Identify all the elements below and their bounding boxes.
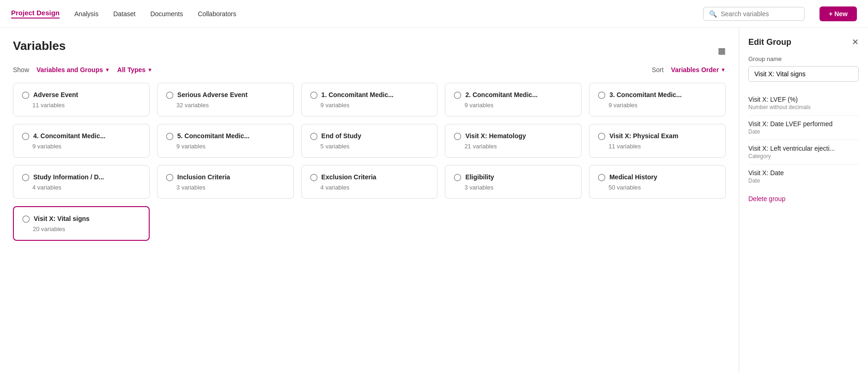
var-card-header: ◯ Eligibility (454, 173, 573, 181)
var-card-header: ◯ 5. Concomitant Medic... (166, 132, 285, 140)
var-card-name: Eligibility (465, 173, 494, 181)
show-label: Show (13, 66, 29, 73)
var-card-name: Inclusion Criteria (177, 173, 230, 181)
var-card-end-of-study[interactable]: ◯ End of Study 5 variables (301, 124, 438, 158)
nav-link-analysis[interactable]: Analysis (74, 10, 98, 18)
var-card-header: ◯ Visit X: Vital signs (22, 214, 140, 223)
variables-grid: ◯ Adverse Event 11 variables ◯ Serious A… (13, 83, 726, 241)
page-title: Variables (13, 39, 66, 53)
var-card-study-information[interactable]: ◯ Study Information / D... 4 variables (13, 165, 150, 199)
folder-icon: ◯ (310, 173, 318, 181)
panel-title: Edit Group (748, 37, 791, 47)
var-card-name: 2. Concomitant Medic... (465, 91, 537, 98)
var-card-count: 9 variables (454, 102, 573, 109)
folder-icon: ◯ (166, 132, 174, 140)
var-card-concomitant-medic-3[interactable]: ◯ 3. Concomitant Medic... 9 variables (589, 83, 726, 116)
var-card-serious-adverse-event[interactable]: ◯ Serious Adverse Event 32 variables (157, 83, 294, 116)
nav-link-documents[interactable]: Documents (150, 10, 183, 18)
var-card-count: 9 variables (310, 102, 429, 109)
var-card-visit-x-physical-exam[interactable]: ◯ Visit X: Physical Exam 11 variables (589, 124, 726, 158)
panel-var-item: Visit X: Date LVEF performed Date (748, 116, 859, 140)
panel-var-name: Visit X: Left ventricular ejecti... (748, 145, 859, 152)
sort-chevron-icon: ▼ (721, 67, 726, 73)
sort-label: Sort (652, 66, 664, 73)
var-card-count: 4 variables (22, 184, 141, 191)
var-card-count: 5 variables (310, 143, 429, 150)
var-card-name: Visit X: Hematology (465, 132, 526, 140)
var-card-adverse-event[interactable]: ◯ Adverse Event 11 variables (13, 83, 150, 116)
var-card-header: ◯ Inclusion Criteria (166, 173, 285, 181)
var-card-header: ◯ 3. Concomitant Medic... (598, 91, 717, 99)
variables-order-sort-label: Variables Order (671, 66, 719, 73)
page-header-row: Variables ▦ (13, 39, 726, 62)
top-nav: Project Design Analysis Dataset Document… (0, 0, 868, 28)
var-card-eligibility[interactable]: ◯ Eligibility 3 variables (445, 165, 582, 199)
var-card-concomitant-medic-2[interactable]: ◯ 2. Concomitant Medic... 9 variables (445, 83, 582, 116)
var-card-name: Exclusion Criteria (322, 173, 376, 181)
var-card-header: ◯ 4. Concomitant Medic... (22, 132, 141, 140)
panel-var-item: Visit X: Left ventricular ejecti... Cate… (748, 140, 859, 165)
var-card-inclusion-criteria[interactable]: ◯ Inclusion Criteria 3 variables (157, 165, 294, 199)
folder-icon: ◯ (22, 214, 30, 223)
var-card-header: ◯ Adverse Event (22, 91, 141, 99)
delete-group-button[interactable]: Delete group (748, 195, 859, 202)
variables-groups-chevron-icon: ▼ (105, 67, 110, 73)
folder-icon: ◯ (454, 173, 461, 181)
var-card-count: 32 variables (166, 102, 285, 109)
panel-var-name: Visit X: Date (748, 169, 859, 177)
var-card-header: ◯ Medical History (598, 173, 717, 181)
var-card-header: ◯ 1. Concomitant Medic... (310, 91, 429, 99)
var-card-header: ◯ Study Information / D... (22, 173, 141, 181)
nav-brand[interactable]: Project Design (11, 9, 60, 18)
var-card-name: 5. Concomitant Medic... (177, 132, 249, 140)
var-card-medical-history[interactable]: ◯ Medical History 50 variables (589, 165, 726, 199)
var-card-count: 9 variables (22, 143, 141, 150)
var-card-visit-x-vital-signs[interactable]: ◯ Visit X: Vital signs 20 variables (13, 206, 150, 241)
var-card-header: ◯ End of Study (310, 132, 429, 140)
var-card-concomitant-medic-1[interactable]: ◯ 1. Concomitant Medic... 9 variables (301, 83, 438, 116)
nav-link-collaborators[interactable]: Collaborators (198, 10, 236, 18)
var-card-header: ◯ Visit X: Physical Exam (598, 132, 717, 140)
layout-toggle-icon[interactable]: ▦ (718, 46, 726, 56)
panel-var-type: Date (748, 177, 859, 184)
var-card-header: ◯ 2. Concomitant Medic... (454, 91, 573, 99)
var-card-header: ◯ Serious Adverse Event (166, 91, 285, 99)
folder-icon: ◯ (22, 91, 30, 99)
folder-icon: ◯ (454, 91, 461, 99)
var-card-name: Visit X: Physical Exam (609, 132, 678, 140)
variables-groups-filter[interactable]: Variables and Groups ▼ (36, 66, 110, 73)
folder-icon: ◯ (310, 132, 318, 140)
search-input[interactable] (721, 10, 799, 18)
var-card-count: 9 variables (598, 102, 717, 109)
var-card-name: End of Study (322, 132, 361, 140)
all-types-chevron-icon: ▼ (147, 67, 152, 73)
var-card-name: Study Information / D... (33, 173, 104, 181)
close-panel-button[interactable]: ✕ (852, 37, 859, 47)
group-name-input[interactable] (748, 66, 859, 82)
var-card-visit-x-hematology[interactable]: ◯ Visit X: Hematology 21 variables (445, 124, 582, 158)
panel-variables-list: Visit X: LVEF (%) Number without decimal… (748, 91, 859, 189)
var-card-exclusion-criteria[interactable]: ◯ Exclusion Criteria 4 variables (301, 165, 438, 199)
main-layout: Variables ▦ Show Variables and Groups ▼ … (0, 28, 868, 373)
folder-icon: ◯ (598, 132, 606, 140)
var-card-name: Medical History (609, 173, 657, 181)
var-card-name: 3. Concomitant Medic... (609, 91, 681, 98)
edit-group-panel: Edit Group ✕ Group name Visit X: LVEF (%… (739, 28, 868, 373)
var-card-name: Visit X: Vital signs (34, 215, 90, 222)
nav-link-dataset[interactable]: Dataset (113, 10, 135, 18)
var-card-concomitant-medic-4[interactable]: ◯ 4. Concomitant Medic... 9 variables (13, 124, 150, 158)
var-card-count: 3 variables (166, 184, 285, 191)
var-card-name: 4. Concomitant Medic... (33, 132, 105, 140)
var-card-count: 20 variables (22, 226, 140, 232)
var-card-name: Serious Adverse Event (177, 91, 248, 98)
var-card-count: 3 variables (454, 184, 573, 191)
all-types-filter[interactable]: All Types ▼ (117, 66, 152, 73)
panel-var-type: Date (748, 128, 859, 135)
folder-icon: ◯ (598, 91, 606, 99)
var-card-count: 21 variables (454, 143, 573, 150)
folder-icon: ◯ (22, 173, 30, 181)
search-icon: 🔍 (709, 10, 717, 18)
var-card-concomitant-medic-5[interactable]: ◯ 5. Concomitant Medic... 9 variables (157, 124, 294, 158)
new-button[interactable]: + New (819, 6, 857, 21)
variables-order-sort[interactable]: Variables Order ▼ (671, 66, 726, 73)
